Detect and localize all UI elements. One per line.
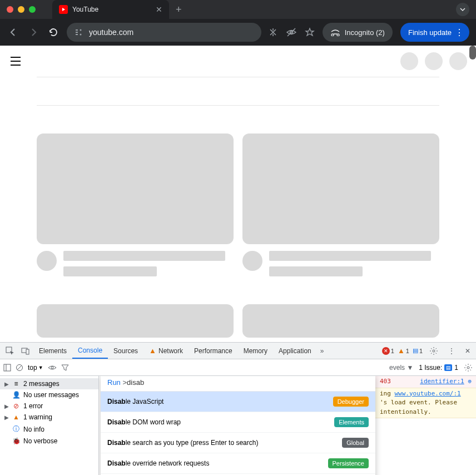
finish-update-button[interactable]: Finish update ⋮ <box>400 23 469 42</box>
close-devtools-button[interactable]: ✕ <box>462 347 474 355</box>
thumbnail-skeleton <box>242 304 439 338</box>
tab-memory[interactable]: Memory <box>238 343 273 359</box>
console-error-row[interactable]: 403 identifier:1 ⊕ <box>375 376 476 388</box>
command-input[interactable]: Run >disab <box>101 376 375 392</box>
hamburger-menu-button[interactable] <box>9 55 22 68</box>
header-skeleton-button <box>425 52 443 70</box>
console-output: 403 identifier:1 ⊕ ing www.youtube.com/:… <box>375 376 476 418</box>
youtube-favicon-icon <box>59 5 68 14</box>
svg-rect-9 <box>26 349 29 354</box>
tab-sources[interactable]: Sources <box>108 343 143 359</box>
inspect-element-button[interactable] <box>2 347 18 355</box>
svg-rect-1 <box>76 32 78 33</box>
issues-button[interactable]: 1 Issue: ▤ 1 <box>419 364 458 372</box>
page-scrollbar[interactable] <box>469 46 476 60</box>
sidebar-no-info[interactable]: ⓘNo info <box>0 423 98 436</box>
devtools-menu-button[interactable]: ⋮ <box>445 347 458 355</box>
sidebar-messages[interactable]: ▶≡2 messages <box>0 378 98 389</box>
avatar-skeleton <box>37 251 57 271</box>
minimize-window-button[interactable] <box>18 6 24 13</box>
eye-off-icon[interactable] <box>286 27 297 37</box>
more-tabs-button[interactable]: » <box>317 347 328 355</box>
devtools-tab-bar: Elements Console Sources ▲Network Perfor… <box>0 343 476 359</box>
console-sidebar: ▶≡2 messages 👤No user messages ▶⊘1 error… <box>0 376 99 475</box>
info-square-icon: ▤ <box>413 347 418 354</box>
address-bar[interactable]: youtube.com <box>67 23 261 42</box>
log-levels-selector[interactable]: evels ▼ <box>389 364 413 372</box>
text-skeleton <box>269 266 363 276</box>
svg-point-10 <box>433 350 435 352</box>
console-warning-row[interactable]: ing www.youtube.com/:1 's load event. Pl… <box>375 388 476 419</box>
incognito-indicator[interactable]: Incognito (2) <box>323 23 393 42</box>
page-viewport <box>0 46 476 342</box>
command-item[interactable]: Disable DOM word wrapElements <box>101 412 375 433</box>
command-item[interactable]: Disable JavaScriptDebugger <box>101 392 375 412</box>
thumbnail-skeleton <box>37 133 234 244</box>
command-item[interactable]: Disable search as you type (press Enter … <box>101 433 375 453</box>
console-main: 403 identifier:1 ⊕ ing www.youtube.com/:… <box>99 376 476 475</box>
browser-tab[interactable]: YouTube ✕ <box>52 0 169 19</box>
command-item-label: Disable override network requests <box>107 459 328 467</box>
thumbnail-skeleton <box>242 133 439 244</box>
device-toolbar-button[interactable] <box>18 347 33 355</box>
menu-dots-icon[interactable]: ⋮ <box>455 27 464 38</box>
warning-badge[interactable]: ▲1 <box>398 347 409 355</box>
tab-network[interactable]: ▲Network <box>143 343 189 359</box>
tab-search-button[interactable] <box>456 3 469 16</box>
text-skeleton <box>269 251 431 261</box>
extensions-icon[interactable] <box>268 27 278 37</box>
svg-rect-11 <box>4 364 11 371</box>
tab-application[interactable]: Application <box>273 343 317 359</box>
svg-line-14 <box>17 365 22 370</box>
source-link[interactable]: identifier:1 <box>420 378 464 385</box>
sidebar-warnings[interactable]: ▶▲1 warning <box>0 412 98 423</box>
header-skeleton-button <box>449 52 467 70</box>
forward-button[interactable] <box>27 26 40 39</box>
console-settings-gear-icon[interactable] <box>464 363 473 372</box>
maximize-window-button[interactable] <box>29 6 36 13</box>
command-item-tag: Debugger <box>333 397 369 407</box>
tab-console[interactable]: Console <box>72 343 108 359</box>
sidebar-no-user[interactable]: 👤No user messages <box>0 389 98 400</box>
new-tab-button[interactable]: + <box>176 4 182 16</box>
devtools-panel: Elements Console Sources ▲Network Perfor… <box>0 342 476 475</box>
close-tab-button[interactable]: ✕ <box>156 5 162 14</box>
clear-console-button[interactable] <box>16 364 23 372</box>
incognito-icon <box>330 28 340 36</box>
thumbnail-skeleton <box>37 304 234 338</box>
divider <box>37 77 439 77</box>
tab-title: YouTube <box>72 6 151 13</box>
browser-toolbar: youtube.com Incognito (2) Finish update … <box>0 19 476 46</box>
svg-line-6 <box>287 28 295 36</box>
site-settings-icon[interactable] <box>75 28 83 37</box>
arrow-left-icon <box>8 27 18 37</box>
sidebar-errors[interactable]: ▶⊘1 error <box>0 400 98 412</box>
reload-button[interactable] <box>47 26 60 39</box>
execution-context-selector[interactable]: top ▼ <box>28 364 43 372</box>
command-item[interactable]: Disable override network requestsPersist… <box>101 453 375 474</box>
source-link[interactable]: www.youtube.com/:1 <box>395 390 461 397</box>
text-skeleton <box>63 266 157 276</box>
command-item-tag: Elements <box>334 417 369 427</box>
console-sidebar-toggle[interactable] <box>3 364 11 372</box>
command-item-label: Disable JavaScript <box>107 398 333 405</box>
back-button[interactable] <box>7 26 20 39</box>
info-badge[interactable]: ▤1 <box>413 347 423 354</box>
chevron-down-icon <box>459 6 466 13</box>
error-badge[interactable]: ✕1 <box>382 347 394 355</box>
text-skeleton <box>63 251 225 261</box>
settings-gear-icon[interactable] <box>426 347 442 355</box>
sidebar-no-verbose[interactable]: 🐞No verbose <box>0 436 98 447</box>
command-list: Disable JavaScriptDebuggerDisable DOM wo… <box>101 392 375 475</box>
bookmark-star-icon[interactable] <box>305 27 315 37</box>
tab-performance[interactable]: Performance <box>189 343 238 359</box>
close-window-button[interactable] <box>7 6 13 13</box>
filter-icon[interactable] <box>61 364 69 372</box>
command-palette: Run >disab Disable JavaScriptDebuggerDis… <box>101 376 375 475</box>
live-expression-button[interactable] <box>48 364 57 371</box>
command-item-tag: Global <box>342 438 369 448</box>
warning-triangle-icon: ▲ <box>398 347 405 355</box>
tab-elements[interactable]: Elements <box>33 343 72 359</box>
svg-rect-2 <box>76 34 78 35</box>
avatar-skeleton <box>242 251 262 271</box>
